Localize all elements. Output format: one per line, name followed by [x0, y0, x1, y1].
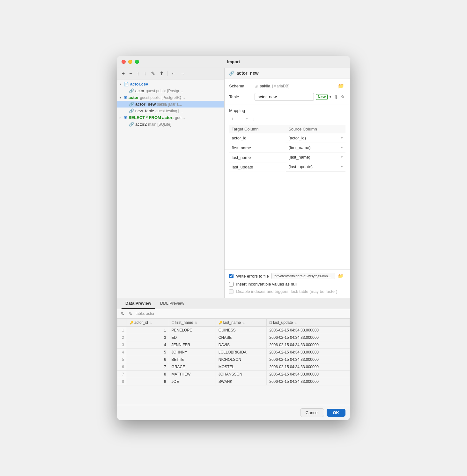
col-header[interactable]: ☐first_name⇅: [169, 319, 216, 327]
move-down-button[interactable]: ↓: [142, 70, 148, 77]
tree-item-label: actor.csv: [130, 82, 148, 86]
source-col-value: (actor_id): [288, 136, 306, 140]
bottom-section: Data Preview DDL Preview ↻ ✎ table: acto…: [117, 298, 350, 405]
last-update-cell: 2006-02-15 04:34:33.000000: [267, 349, 350, 356]
mapping-down-button[interactable]: ↓: [251, 115, 257, 123]
actor-id-cell: 1: [127, 327, 169, 334]
tree-item-actor-new[interactable]: 🔗 actor_new sakila [Maria…: [117, 101, 224, 108]
col-dropdown-arrow: ▾: [341, 136, 343, 140]
table-input-row: New ▾ ⇅ ✎: [255, 93, 345, 101]
col-icon: 🔑: [219, 321, 222, 324]
last-update-cell: 2006-02-15 04:34:33.000000: [267, 371, 350, 378]
tree-item-secondary: main [SQLite]: [148, 122, 171, 127]
source-col[interactable]: (actor_id) ▾: [286, 133, 345, 143]
data-table: 🔑actor_id⇅☐first_name⇅🔑last_name⇅☐last_u…: [117, 318, 350, 385]
chevron-icon: ▸: [120, 116, 123, 119]
tree-item-actor-table[interactable]: ▾ ⊞ actor guest.public [PostgreSQ…: [117, 94, 224, 101]
table-swap-icon[interactable]: ⇅: [333, 94, 338, 100]
tree-item-label: new_table: [135, 108, 154, 113]
edit-button[interactable]: ✎: [149, 70, 157, 77]
tree-item-secondary: gue…: [175, 115, 185, 120]
mapping-up-button[interactable]: ↑: [244, 115, 250, 123]
col-header[interactable]: 🔑actor_id⇅: [127, 319, 169, 327]
schema-label: Schema: [229, 84, 255, 88]
insert-null-checkbox[interactable]: [229, 282, 234, 286]
mapping-add-button[interactable]: +: [229, 115, 235, 123]
first-name-cell: JOE: [169, 378, 216, 385]
options-section: Write errors to file /private/var/folder…: [225, 269, 350, 298]
write-errors-checkbox[interactable]: [229, 274, 234, 278]
row-num-header: [117, 319, 127, 327]
tree-item-label: actor2: [135, 122, 147, 127]
last-name-cell: MOSTEL: [216, 363, 266, 371]
remove-button[interactable]: −: [128, 70, 134, 77]
col-dropdown-arrow: ▾: [341, 155, 343, 159]
col-header[interactable]: ☐last_update⇅: [267, 319, 350, 327]
disable-indexes-label: Disable indexes and triggers, lock table…: [236, 289, 337, 294]
separator: [167, 71, 167, 76]
last-update-cell: 2006-02-15 04:34:33.000000: [267, 378, 350, 385]
table-edit-icon[interactable]: ✎: [340, 94, 345, 100]
row-num: 2: [117, 334, 127, 341]
move-up2-button[interactable]: ⬆: [158, 70, 165, 77]
tab-data-preview[interactable]: Data Preview: [122, 298, 155, 309]
tree-item-actor2[interactable]: 🔗 actor2 main [SQLite]: [117, 121, 224, 128]
tree-item-select-actor[interactable]: ▸ ⊞ SELECT * FROM actor; gue…: [117, 114, 224, 121]
tree-item-actor-csv[interactable]: ▾ 📄 actor.csv: [117, 81, 224, 87]
file-browse-button[interactable]: 📁: [338, 273, 343, 279]
link-icon: 🔗: [129, 102, 134, 107]
add-button[interactable]: +: [120, 70, 126, 77]
row-num: 5: [117, 356, 127, 363]
col-header[interactable]: 🔑last_name⇅: [216, 319, 266, 327]
write-errors-label: Write errors to file: [236, 274, 269, 279]
row-num: 1: [117, 327, 127, 334]
actor-id-cell: 4: [127, 341, 169, 349]
source-col-value: (last_update): [288, 164, 313, 169]
source-col[interactable]: (last_update) ▾: [286, 162, 345, 172]
source-col[interactable]: (first_name) ▾: [286, 143, 345, 152]
ok-button[interactable]: OK: [327, 409, 346, 417]
close-button[interactable]: [122, 60, 126, 64]
maximize-button[interactable]: [135, 60, 139, 64]
import-window: Import + − ↑ ↓ ✎ ⬆ ← → ▾ 📄 actor.csv: [117, 56, 350, 420]
forward-button[interactable]: →: [179, 70, 187, 77]
tree-item-actor-link[interactable]: 🔗 actor guest.public [Postgr…: [117, 87, 224, 94]
col-dropdown-arrow: ▾: [341, 145, 343, 150]
actor-id-cell: 3: [127, 334, 169, 341]
sort-icon: ⇅: [294, 321, 297, 324]
csv-icon: 📄: [124, 82, 129, 86]
mapping-row: last_name (last_name) ▾: [229, 152, 345, 162]
file-path-display: /private/var/folders/d5/w8ytbjts3mn9ck6s…: [271, 273, 335, 279]
last-update-cell: 2006-02-15 04:34:33.000000: [267, 341, 350, 349]
refresh-button[interactable]: ↻: [120, 310, 125, 317]
source-col-header: Source Column: [286, 125, 345, 133]
col-dropdown-arrow: ▾: [341, 165, 343, 169]
tab-ddl-preview[interactable]: DDL Preview: [156, 298, 188, 309]
left-toolbar: + − ↑ ↓ ✎ ⬆ ← →: [117, 68, 224, 79]
disable-indexes-checkbox[interactable]: [229, 289, 234, 294]
actor-id-cell: 7: [127, 363, 169, 371]
titlebar: Import: [117, 56, 350, 68]
mapping-remove-button[interactable]: −: [237, 115, 243, 123]
link-icon: 🔗: [129, 88, 134, 93]
target-col-header: Target Column: [229, 125, 286, 133]
table-row: 7 8 MATTHEW JOHANSSON 2006-02-15 04:34:3…: [117, 371, 350, 378]
row-num: 3: [117, 341, 127, 349]
move-up-button[interactable]: ↑: [135, 70, 141, 77]
table-dropdown-button[interactable]: ▾: [330, 95, 331, 99]
edit-preview-button[interactable]: ✎: [128, 310, 133, 317]
source-col[interactable]: (last_name) ▾: [286, 152, 345, 162]
first-name-cell: ED: [169, 334, 216, 341]
back-button[interactable]: ←: [169, 70, 178, 77]
tree-item-new-table[interactable]: 🔗 new_table guest.testing […: [117, 108, 224, 114]
table-row: 5 6 BETTE NICHOLSON 2006-02-15 04:34:33.…: [117, 356, 350, 363]
browse-schema-button[interactable]: 📁: [337, 82, 345, 90]
cancel-button[interactable]: Cancel: [300, 408, 324, 417]
sort-icon: ⇅: [242, 321, 245, 324]
mapping-row: actor_id (actor_id) ▾: [229, 133, 345, 143]
table-name-input[interactable]: [255, 93, 314, 101]
window-title: Import: [227, 59, 240, 64]
actor-id-cell: 9: [127, 378, 169, 385]
minimize-button[interactable]: [128, 60, 132, 64]
last-name-cell: DAVIS: [216, 341, 266, 349]
